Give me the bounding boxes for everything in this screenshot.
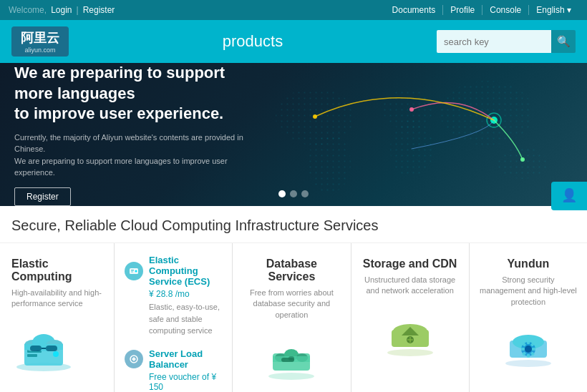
top-navigation: Welcome, Login | Register Documents Prof…: [0, 0, 587, 20]
storage-cdn-col: Storage and CDN Unstructured data storag…: [351, 243, 470, 392]
svg-point-9: [409, 107, 414, 112]
elastic-category-title: Elastic Computing: [11, 258, 102, 283]
page-title: products: [69, 32, 437, 51]
svg-point-6: [498, 147, 548, 179]
products-grid: Elastic Computing High-availability and …: [0, 243, 587, 392]
ecs-price: ¥ 28.8 /mo: [125, 289, 222, 299]
svg-rect-47: [527, 354, 530, 358]
welcome-text: Welcome,: [9, 5, 47, 15]
ecs-item: Elastic Computing Service (ECS) ¥ 28.8 /…: [125, 255, 222, 337]
service-icon: 👤: [561, 187, 577, 203]
svg-point-10: [313, 114, 317, 119]
slb-price: Free voucher of ¥ 150: [125, 372, 222, 392]
ecs-desc: Elastic, easy-to-use, safe and stable co…: [125, 301, 222, 337]
svg-point-11: [520, 157, 525, 162]
ecs-icon: [125, 262, 143, 280]
yundun-image: [500, 315, 557, 368]
slb-item: Server Load Balancer Free voucher of ¥ 1…: [125, 348, 222, 393]
svg-rect-26: [131, 271, 133, 272]
storage-image: [382, 304, 439, 358]
hero-subtitle: Currently, the majority of Aliyun websit…: [14, 132, 258, 179]
hero-title: We are preparing to support more languag…: [14, 63, 258, 124]
search-button[interactable]: 🔍: [551, 30, 576, 53]
database-image: [263, 328, 320, 381]
svg-point-27: [135, 270, 137, 272]
svg-rect-21: [30, 346, 42, 351]
logo-box: 阿里云 aliyun.com: [11, 26, 69, 57]
yundun-title: Yundun: [508, 258, 550, 270]
login-link[interactable]: Login: [47, 5, 76, 15]
hero-banner: We are preparing to support more languag…: [0, 63, 587, 206]
svg-rect-48: [521, 348, 525, 351]
logo-area: 阿里云 aliyun.com: [11, 26, 69, 57]
slb-icon: [125, 350, 143, 368]
top-nav-left: Welcome, Login | Register: [9, 5, 119, 15]
hero-dot-1[interactable]: [278, 190, 286, 197]
svg-point-29: [268, 373, 314, 380]
elastic-category-desc: High-availability and high-performance s…: [11, 288, 102, 310]
language-link[interactable]: English ▾: [529, 5, 578, 15]
search-input[interactable]: [437, 30, 551, 53]
storage-desc: Unstructured data storage and network ac…: [362, 275, 459, 297]
register-link[interactable]: Register: [79, 5, 120, 15]
svg-point-5: [308, 133, 351, 193]
svg-point-45: [525, 346, 532, 353]
search-icon: 🔍: [557, 35, 571, 48]
yundun-desc: Strong security management and high-leve…: [480, 275, 577, 308]
service-widget[interactable]: 👤 智能客服: [551, 182, 587, 210]
world-map-svg: [258, 63, 587, 206]
svg-point-37: [387, 349, 433, 356]
top-nav-right: Documents Profile Console English ▾: [385, 5, 578, 15]
svg-rect-36: [288, 356, 294, 361]
svg-rect-46: [527, 340, 530, 344]
profile-link[interactable]: Profile: [443, 5, 482, 15]
hero-dot-3[interactable]: [301, 190, 309, 197]
ecs-item-header: Elastic Computing Service (ECS): [125, 255, 222, 287]
logo-text-en: aliyun.com: [24, 46, 55, 54]
svg-rect-25: [131, 270, 134, 271]
hero-dot-2[interactable]: [290, 190, 297, 197]
database-title: Database Services: [243, 258, 340, 283]
section-title: Secure, Reliable Cloud Computing Infrast…: [0, 206, 587, 243]
svg-point-3: [440, 81, 533, 145]
svg-rect-49: [532, 348, 535, 351]
elastic-computing-category: Elastic Computing High-availability and …: [0, 243, 115, 392]
ecs-title: Elastic Computing Service (ECS): [149, 255, 222, 287]
svg-rect-15: [27, 354, 37, 357]
hero-dots: [278, 190, 309, 197]
console-link[interactable]: Console: [482, 5, 529, 15]
search-area: 🔍: [437, 30, 576, 53]
storage-title: Storage and CDN: [363, 258, 457, 270]
svg-point-41: [505, 360, 551, 367]
slb-title: Server Load Balancer: [149, 348, 222, 370]
svg-rect-22: [46, 346, 57, 351]
slb-item-header: Server Load Balancer: [125, 348, 222, 370]
hero-register-button[interactable]: Register: [14, 187, 71, 206]
main-header: 阿里云 aliyun.com products 🔍: [0, 20, 587, 63]
svg-point-16: [53, 351, 59, 357]
logo-icon: 阿里云: [21, 29, 59, 46]
elastic-computing-image: [11, 318, 76, 372]
elastic-computing-items: Elastic Computing Service (ECS) ¥ 28.8 /…: [115, 243, 233, 392]
yundun-col: Yundun Strong security management and hi…: [470, 243, 587, 392]
documents-link[interactable]: Documents: [385, 5, 444, 15]
hero-content: We are preparing to support more languag…: [0, 63, 272, 206]
database-services-col: Database Services Free from worries abou…: [233, 243, 351, 392]
database-desc: Free from worries about database securit…: [243, 288, 340, 320]
